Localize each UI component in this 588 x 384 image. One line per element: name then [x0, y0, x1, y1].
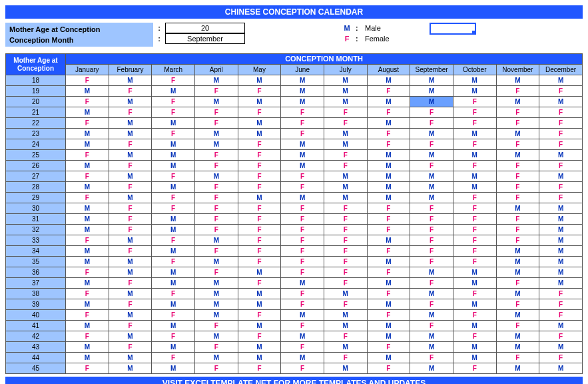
data-cell[interactable]: M [367, 353, 410, 363]
data-cell[interactable]: M [152, 86, 195, 97]
data-cell[interactable]: F [324, 267, 367, 278]
data-cell[interactable]: F [496, 225, 539, 235]
data-cell[interactable]: M [194, 97, 238, 107]
data-cell[interactable]: M [367, 331, 410, 342]
data-cell[interactable]: F [281, 257, 324, 267]
data-cell[interactable]: M [66, 86, 109, 97]
data-cell[interactable]: F [539, 331, 583, 342]
data-cell[interactable]: F [496, 235, 539, 246]
data-cell[interactable]: F [453, 139, 496, 150]
data-cell[interactable]: M [453, 86, 496, 97]
data-cell[interactable]: M [152, 246, 195, 257]
data-cell[interactable]: F [496, 171, 539, 182]
data-cell[interactable]: M [238, 267, 281, 278]
data-cell[interactable]: F [539, 182, 583, 193]
data-cell[interactable]: F [496, 321, 539, 331]
data-cell[interactable]: F [453, 310, 496, 321]
data-cell[interactable]: M [367, 193, 410, 203]
data-cell[interactable]: F [453, 331, 496, 342]
data-cell[interactable]: M [194, 299, 238, 310]
data-cell[interactable]: F [367, 86, 410, 97]
data-cell[interactable]: F [109, 299, 152, 310]
data-cell[interactable]: M [152, 161, 195, 171]
data-cell[interactable]: M [539, 278, 583, 289]
data-cell[interactable]: M [238, 129, 281, 139]
data-cell[interactable]: M [152, 299, 195, 310]
data-cell[interactable]: F [367, 246, 410, 257]
data-cell[interactable]: F [238, 235, 281, 246]
data-cell[interactable]: F [281, 118, 324, 129]
data-cell[interactable]: M [109, 289, 152, 299]
data-cell[interactable]: F [66, 331, 109, 342]
data-cell[interactable]: F [496, 278, 539, 289]
data-cell[interactable]: M [109, 118, 152, 129]
data-cell[interactable]: F [66, 363, 109, 374]
data-cell[interactable]: F [539, 129, 583, 139]
data-cell[interactable]: F [453, 235, 496, 246]
data-cell[interactable]: M [194, 331, 238, 342]
data-cell[interactable]: F [281, 129, 324, 139]
data-cell[interactable]: F [66, 267, 109, 278]
data-cell[interactable]: M [194, 75, 238, 86]
data-cell[interactable]: M [152, 225, 195, 235]
data-cell[interactable]: F [194, 161, 238, 171]
data-cell[interactable]: M [367, 75, 410, 86]
data-cell[interactable]: F [453, 203, 496, 214]
data-cell[interactable]: F [152, 107, 195, 118]
data-cell[interactable]: M [109, 235, 152, 246]
data-cell[interactable]: M [238, 321, 281, 331]
data-cell[interactable]: M [238, 342, 281, 353]
data-cell[interactable]: F [238, 139, 281, 150]
data-cell[interactable]: F [281, 182, 324, 193]
data-cell[interactable]: F [324, 107, 367, 118]
data-cell[interactable]: F [496, 161, 539, 171]
data-cell[interactable]: M [66, 161, 109, 171]
data-cell[interactable]: M [324, 97, 367, 107]
data-cell[interactable]: F [109, 86, 152, 97]
data-cell[interactable]: F [152, 257, 195, 267]
data-cell[interactable]: M [496, 310, 539, 321]
data-cell[interactable]: M [194, 171, 238, 182]
data-cell[interactable]: M [410, 289, 453, 299]
data-cell[interactable]: F [194, 321, 238, 331]
data-cell[interactable]: M [324, 129, 367, 139]
data-cell[interactable]: F [367, 289, 410, 299]
data-cell[interactable]: M [539, 363, 583, 374]
data-cell[interactable]: F [367, 267, 410, 278]
data-cell[interactable]: M [539, 75, 583, 86]
data-cell[interactable]: F [367, 342, 410, 353]
data-cell[interactable]: M [194, 310, 238, 321]
data-cell[interactable]: M [410, 267, 453, 278]
data-cell[interactable]: F [66, 193, 109, 203]
data-cell[interactable]: M [109, 129, 152, 139]
data-cell[interactable]: M [410, 193, 453, 203]
data-cell[interactable]: F [152, 331, 195, 342]
data-cell[interactable]: F [281, 246, 324, 257]
data-cell[interactable]: F [496, 299, 539, 310]
data-cell[interactable]: F [367, 129, 410, 139]
data-cell[interactable]: F [238, 225, 281, 235]
data-cell[interactable]: M [66, 214, 109, 225]
data-cell[interactable]: M [410, 129, 453, 139]
data-cell[interactable]: F [66, 150, 109, 161]
data-cell[interactable]: M [539, 225, 583, 235]
data-cell[interactable]: F [324, 214, 367, 225]
data-cell[interactable]: F [66, 118, 109, 129]
data-cell[interactable]: F [152, 97, 195, 107]
data-cell[interactable]: F [238, 278, 281, 289]
data-cell[interactable]: M [453, 267, 496, 278]
data-cell[interactable]: F [194, 86, 238, 97]
data-cell[interactable]: F [324, 353, 367, 363]
data-cell[interactable]: M [109, 150, 152, 161]
data-cell[interactable]: F [152, 129, 195, 139]
data-cell[interactable]: F [152, 203, 195, 214]
data-cell[interactable]: F [539, 289, 583, 299]
data-cell[interactable]: M [152, 182, 195, 193]
data-cell[interactable]: M [410, 342, 453, 353]
data-cell[interactable]: M [496, 75, 539, 86]
data-cell[interactable]: F [281, 203, 324, 214]
data-cell[interactable]: F [324, 246, 367, 257]
data-cell[interactable]: F [410, 107, 453, 118]
data-cell[interactable]: M [453, 129, 496, 139]
data-cell[interactable]: M [453, 342, 496, 353]
